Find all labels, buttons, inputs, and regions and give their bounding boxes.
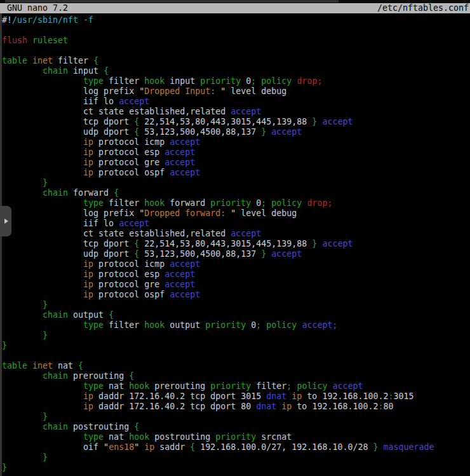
- code-token: table: [2, 56, 27, 65]
- code-token: accept: [322, 239, 352, 248]
- code-token: #!: [2, 15, 12, 25]
- code-token: 22,514,53,80,443,3015,445,139,88: [139, 117, 312, 126]
- code-token: ct state established,related: [2, 229, 231, 238]
- code-token: forward: [164, 198, 210, 208]
- code-line: ct state established,related accept: [2, 229, 470, 239]
- code-token: daddr 172.16.40.2 tcp dport 80: [93, 402, 256, 411]
- code-token: ip: [144, 442, 154, 452]
- code-token: tcp dport: [2, 117, 134, 126]
- side-panel-toggle[interactable]: [0, 206, 11, 236]
- code-token: }: [2, 300, 48, 309]
- code-token: " level debug: [220, 86, 286, 96]
- code-token: log prefix ": [2, 86, 144, 96]
- code-token: prerouting: [68, 371, 129, 381]
- code-token: ip: [2, 137, 93, 147]
- code-line: iif lo accept: [2, 219, 470, 229]
- code-token: hook: [144, 76, 164, 86]
- code-token: table: [2, 361, 27, 371]
- code-line: ip protocol ospf accept: [2, 168, 470, 178]
- code-token: tcp dport: [2, 239, 134, 248]
- code-line: ip protocol icmp accept: [2, 137, 470, 147]
- code-token: 22,514,53,80,443,3015,445,139,88: [139, 239, 312, 248]
- code-token: filter: [251, 381, 286, 391]
- code-token: ip: [2, 280, 93, 289]
- code-token: filter: [104, 76, 144, 86]
- code-token: protocol ospf: [93, 168, 170, 177]
- code-token: udp dport: [2, 249, 134, 259]
- code-token: 53,123,500,4500,88,137: [139, 249, 261, 259]
- code-token: {: [129, 371, 134, 381]
- code-line: ip daddr 172.16.40.2 tcp dport 3015 dnat…: [2, 391, 470, 402]
- code-token: hook: [144, 198, 164, 208]
- code-line: tcp dport { 22,514,53,80,443,3015,445,13…: [2, 117, 470, 127]
- code-token: Dropped Input:: [144, 86, 220, 96]
- code-token: filter: [104, 320, 144, 330]
- code-token: protocol gre: [93, 280, 164, 289]
- code-token: type: [2, 381, 104, 391]
- code-token: accept: [271, 249, 302, 259]
- code-token: chain: [2, 422, 68, 432]
- code-token: accept: [170, 137, 200, 147]
- code-token: accept: [164, 269, 195, 279]
- code-line: type filter hook output priority 0; poli…: [2, 320, 470, 330]
- code-token: chain: [2, 310, 68, 320]
- code-token: }: [2, 341, 7, 350]
- code-line: ip protocol esp accept: [2, 147, 470, 158]
- code-token: accept: [271, 127, 302, 137]
- code-token: to 192.168.100.2: [302, 391, 388, 401]
- code-token: chain: [2, 188, 68, 198]
- code-token: priority: [205, 320, 246, 330]
- code-line: log prefix "Dropped forward: " level deb…: [2, 208, 470, 219]
- code-token: flush: [2, 36, 27, 45]
- code-token: log prefix ": [2, 208, 144, 218]
- code-token: accept: [170, 168, 200, 177]
- code-token: ip: [2, 290, 93, 299]
- code-token: ip: [2, 158, 93, 167]
- code-token: accept: [231, 229, 261, 238]
- code-line: }: [2, 178, 470, 188]
- code-token: accept;: [302, 320, 337, 330]
- code-token: accept: [322, 117, 352, 126]
- code-token: Dropped forward:: [144, 208, 231, 218]
- code-token: nat: [53, 361, 78, 371]
- code-line: type nat hook postrouting priority srcna…: [2, 432, 470, 442]
- editor-content[interactable]: #!/usr/sbin/nft -fflush rulesettable ine…: [0, 13, 470, 476]
- code-line: }: [2, 452, 470, 463]
- code-line: [2, 25, 470, 36]
- code-line: oif "ens18" ip saddr { 192.168.100.0/27,…: [2, 442, 470, 452]
- code-token: accept: [119, 219, 149, 228]
- code-token: ip: [292, 391, 302, 401]
- code-token: priority: [210, 198, 251, 208]
- code-token: }: [2, 178, 48, 187]
- code-token: to 192.168.100.2: [292, 402, 378, 411]
- code-token: accept: [164, 147, 195, 157]
- code-token: saddr: [154, 442, 190, 452]
- code-token: {: [134, 249, 139, 259]
- code-token: 80: [383, 402, 393, 411]
- code-token: accept: [231, 107, 261, 116]
- code-token: accept: [170, 290, 200, 299]
- code-token: policy: [297, 381, 327, 391]
- code-token: accept: [332, 381, 363, 391]
- file-path-label: /etc/nftables.conf: [377, 3, 469, 13]
- code-token: inet: [32, 56, 53, 65]
- code-token: priority: [200, 76, 241, 86]
- code-token: policy: [271, 198, 302, 208]
- code-token: 0: [246, 320, 256, 330]
- code-token: policy: [261, 76, 292, 86]
- code-line: type filter hook input priority 0; polic…: [2, 76, 470, 86]
- code-token: protocol icmp: [93, 259, 170, 269]
- app-version-label: GNU nano 7.2: [7, 3, 68, 13]
- code-line: table inet nat {: [2, 361, 470, 371]
- code-line: }: [2, 463, 470, 473]
- code-line: log prefix "Dropped Input: " level debug: [2, 86, 470, 97]
- code-line: ip protocol icmp accept: [2, 259, 470, 269]
- code-line: chain postrouting {: [2, 422, 470, 432]
- code-line: flush ruleset: [2, 36, 470, 46]
- code-line: ip protocol gre accept: [2, 158, 470, 168]
- code-token: [27, 361, 32, 371]
- code-token: [27, 36, 32, 45]
- code-token: hook: [129, 381, 149, 391]
- code-token: {: [78, 361, 83, 371]
- code-token: " level debug: [231, 208, 297, 218]
